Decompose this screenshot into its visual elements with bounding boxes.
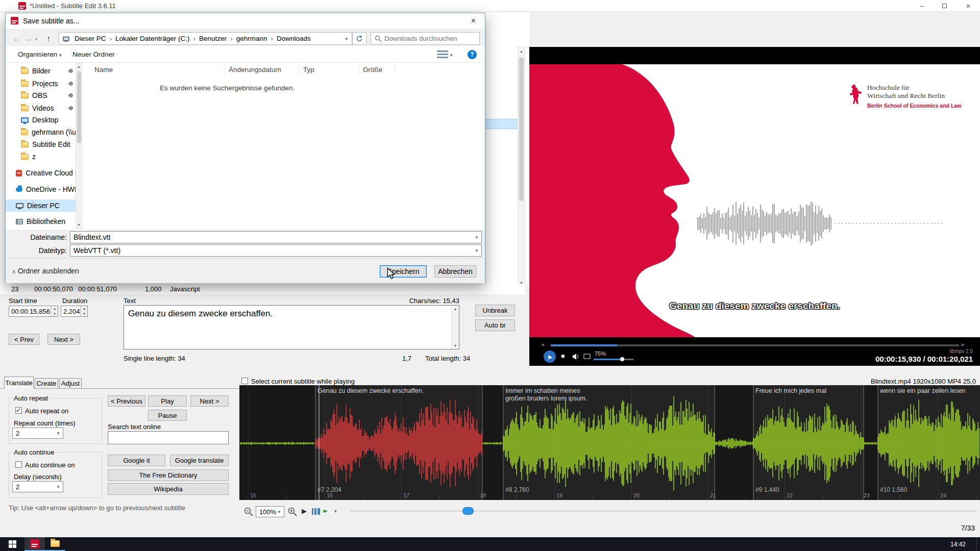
refresh-button[interactable]: [352, 32, 366, 45]
taskbar-explorer-button[interactable]: [45, 537, 65, 551]
sidebar-scrollbar[interactable]: ▲ ▼: [76, 63, 82, 229]
close-button[interactable]: ×: [957, 0, 980, 12]
textarea-scrollbar[interactable]: ▲ ▼: [451, 306, 459, 349]
speaker-icon[interactable]: [572, 353, 580, 360]
play-pause-button[interactable]: ▶: [544, 350, 556, 363]
sidebar-item-gehrmann[interactable]: gehrmann (\\us: [6, 126, 76, 138]
column-header-date[interactable]: Änderungsdatum: [229, 66, 281, 73]
zoom-out-icon[interactable]: [243, 507, 254, 517]
breadcrumb-item[interactable]: gehrmann: [235, 35, 269, 42]
start-button[interactable]: [0, 537, 24, 551]
maximize-button[interactable]: [934, 0, 954, 12]
auto-br-button[interactable]: Auto br: [475, 319, 515, 331]
volume-slider[interactable]: [594, 359, 633, 360]
sidebar-item-subtitle-edit[interactable]: Subtitle Edit: [6, 138, 76, 151]
fullscreen-icon[interactable]: [583, 354, 591, 360]
search-box[interactable]: [371, 32, 480, 45]
waveform-canvas[interactable]: Genau zu diesem zwecke erschaffen. Immer…: [239, 385, 980, 500]
chevron-down-icon[interactable]: ▾: [35, 37, 37, 41]
sidebar-item-desktop[interactable]: Desktop: [6, 114, 76, 126]
spinner-buttons[interactable]: ▲▼: [51, 306, 58, 316]
duration-spinner[interactable]: 2,204 ▲▼: [61, 306, 88, 317]
google-translate-button[interactable]: Google translate: [170, 455, 229, 466]
start-time-spinner[interactable]: 00:00:15,856 ▲▼: [9, 306, 58, 317]
sidebar-item-bilder[interactable]: Bilder: [6, 65, 76, 77]
scroll-up-icon[interactable]: ▲: [76, 65, 82, 68]
sidebar-item-bibliotheken[interactable]: Bibliotheken: [6, 215, 76, 228]
auto-continue-checkbox[interactable]: [15, 461, 22, 468]
cancel-button[interactable]: Abbrechen: [434, 265, 476, 278]
tab-translate[interactable]: Translate: [4, 377, 34, 389]
scroll-down-icon[interactable]: ▼: [76, 223, 82, 227]
subtitle-list-selected-row[interactable]: [483, 119, 518, 129]
stop-icon[interactable]: ■: [561, 353, 565, 360]
waveform-position-slider[interactable]: [462, 507, 474, 515]
scrollbar-thumb[interactable]: [77, 71, 81, 143]
filename-combo[interactable]: Blindtext.vtt▾: [70, 231, 482, 243]
column-divider[interactable]: [395, 65, 396, 74]
breadcrumb-separator-icon[interactable]: ›: [228, 35, 235, 42]
sidebar-item-obs[interactable]: OBS: [6, 89, 76, 102]
organize-menu[interactable]: Organisieren ▾: [18, 51, 62, 58]
breadcrumb[interactable]: Dieser PC› Lokaler Datenträger (C:)› Ben…: [59, 32, 352, 45]
taskbar-clock[interactable]: 14:42: [942, 537, 974, 551]
column-divider[interactable]: [224, 65, 225, 74]
next-subtitle-button[interactable]: Next >: [47, 334, 80, 345]
scroll-down-icon[interactable]: ▼: [452, 344, 459, 347]
breadcrumb-item[interactable]: Benutzer: [198, 35, 228, 42]
breadcrumb-item[interactable]: Dieser PC: [73, 35, 108, 42]
previous-button[interactable]: < Previous: [108, 395, 145, 407]
column-header-size[interactable]: Größe: [363, 66, 382, 73]
column-divider[interactable]: [358, 65, 359, 74]
show-desktop-strip[interactable]: [976, 537, 980, 551]
taskbar-subtitle-edit-button[interactable]: [24, 537, 45, 551]
breadcrumb-history-icon[interactable]: ▾: [341, 36, 352, 41]
unbreak-button[interactable]: Unbreak: [475, 305, 515, 316]
sidebar-item-projects[interactable]: Projects: [6, 78, 76, 90]
forward-button[interactable]: →: [23, 33, 34, 45]
search-online-input[interactable]: [108, 431, 229, 444]
new-folder-button[interactable]: Neuer Ordner: [72, 51, 115, 58]
wikipedia-button[interactable]: Wikipedia: [108, 483, 229, 495]
auto-repeat-checkbox[interactable]: [15, 407, 22, 414]
spinner-buttons[interactable]: ▲▼: [80, 306, 87, 316]
breadcrumb-separator-icon[interactable]: ›: [191, 35, 198, 42]
view-mode-icon[interactable]: [437, 51, 448, 58]
filetype-combo[interactable]: WebVTT (*.vtt)▾: [70, 244, 482, 257]
tab-create[interactable]: Create: [35, 378, 58, 388]
column-divider[interactable]: [299, 65, 299, 74]
volume-handle[interactable]: [620, 357, 624, 361]
breadcrumb-item[interactable]: Downloads: [275, 35, 312, 42]
next-button[interactable]: Next >: [190, 395, 229, 407]
scroll-up-icon[interactable]: ▲: [452, 307, 459, 311]
waveform-play-icon[interactable]: ▶: [302, 507, 307, 515]
pause-button[interactable]: Pause: [148, 410, 187, 421]
help-icon[interactable]: ?: [468, 50, 477, 59]
sidebar-item-dieser-pc[interactable]: Dieser PC: [6, 199, 76, 212]
play-button[interactable]: Play: [148, 395, 187, 407]
delay-select[interactable]: 2▾: [12, 481, 63, 492]
waveform-scrollbar-track[interactable]: [350, 511, 977, 511]
search-input[interactable]: [384, 35, 479, 42]
up-button[interactable]: ↑: [42, 33, 55, 45]
chevron-down-icon[interactable]: ▾: [334, 509, 337, 514]
breadcrumb-separator-icon[interactable]: ›: [268, 35, 275, 42]
breadcrumb-separator-icon[interactable]: ›: [108, 35, 114, 42]
zoom-in-icon[interactable]: [287, 507, 298, 517]
spin-up-icon[interactable]: ▲: [51, 306, 58, 311]
chevron-down-icon[interactable]: ▾: [450, 53, 453, 58]
vertical-zoom-icon[interactable]: [312, 508, 320, 515]
hide-folders-toggle[interactable]: ∧ Ordner ausblenden: [12, 267, 79, 275]
breadcrumb-item[interactable]: Lokaler Datenträger (C:): [114, 35, 191, 42]
playback-speed-icon[interactable]: ▸▸: [323, 507, 326, 514]
subtitle-list-scrollbar[interactable]: ▲ ▼: [518, 47, 525, 287]
minimize-button[interactable]: –: [912, 0, 932, 12]
spin-up-icon[interactable]: ▲: [81, 306, 88, 311]
back-button[interactable]: ←: [11, 33, 23, 45]
repeat-count-select[interactable]: 2▾: [12, 428, 63, 439]
column-header-type[interactable]: Typ: [303, 66, 314, 73]
dialog-close-button[interactable]: ×: [462, 13, 485, 29]
seek-back-icon[interactable]: «: [542, 341, 545, 347]
subtitle-list-row[interactable]: 23 00:00:50,070 00:00:51,070 1,000 Javas…: [0, 284, 526, 294]
free-dictionary-button[interactable]: The Free Dictionary: [108, 469, 229, 481]
